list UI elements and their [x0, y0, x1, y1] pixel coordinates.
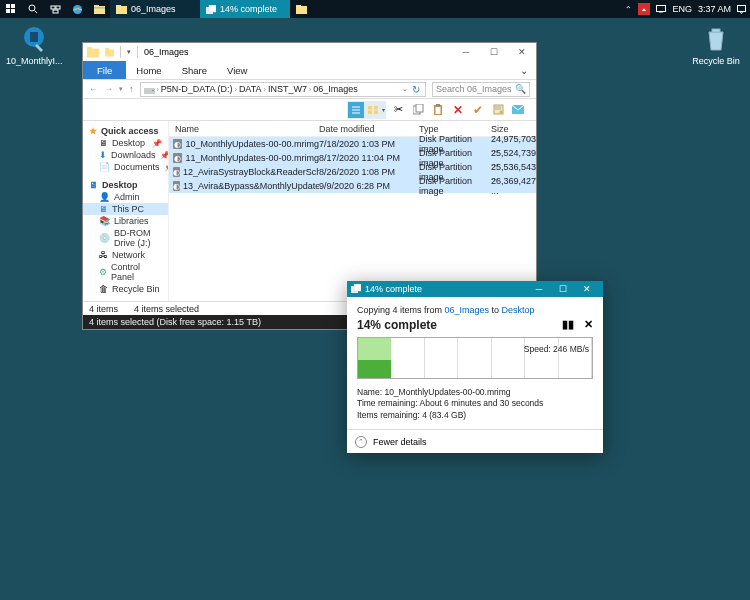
col-type[interactable]: Type [419, 124, 491, 134]
minimize-button[interactable]: ─ [452, 43, 480, 61]
search-input[interactable]: Search 06_Images 🔍 [432, 82, 530, 97]
explorer-body: ★Quick access 🖥Desktop📌 ⬇Downloads📌 📄Doc… [83, 121, 536, 301]
progress-bar [358, 338, 391, 378]
col-size[interactable]: Size [491, 124, 536, 134]
tray-chevron-icon[interactable]: ⌃ [625, 5, 632, 14]
svg-rect-10 [94, 6, 105, 14]
ribbon-file[interactable]: File [83, 61, 126, 79]
qat-chevron-icon[interactable]: ▾ [127, 48, 131, 56]
desktop-icon-recycle[interactable]: Recycle Bin [688, 24, 744, 66]
copy-summary-line: Copying 4 items from 06_Images to Deskto… [357, 305, 593, 315]
nav-back-icon[interactable]: ← [89, 84, 98, 94]
nav-desktop[interactable]: 🖥Desktop [83, 179, 168, 191]
svg-point-4 [29, 5, 35, 11]
nav-item[interactable]: 🖧Network [83, 249, 168, 261]
crumb[interactable]: P5N-D_DATA (D:) [161, 84, 233, 94]
nav-item[interactable]: 🗑Recycle Bin [83, 283, 168, 295]
check-icon[interactable]: ✔ [470, 102, 486, 118]
nav-item[interactable]: 💿BD-ROM Drive (J:) [83, 227, 168, 249]
fewer-details-link[interactable]: Fewer details [373, 437, 427, 447]
ribbon-expand-icon[interactable]: ⌄ [512, 65, 536, 76]
delete-icon[interactable]: ✕ [450, 102, 466, 118]
nav-up-icon[interactable]: ↑ [129, 84, 134, 94]
explorer-pinned-icon[interactable] [88, 0, 110, 18]
nav-recent-icon[interactable]: ▾ [119, 85, 123, 93]
start-button[interactable] [0, 0, 22, 18]
minimize-button[interactable]: ─ [527, 281, 551, 297]
taskbar-left: 06_Images 14% complete [0, 0, 312, 18]
svg-rect-49 [354, 284, 361, 291]
svg-rect-2 [6, 9, 10, 13]
crumb-dropdown-icon[interactable]: ⌄ [402, 85, 408, 93]
nav-item-thispc[interactable]: 🖥This PC [83, 203, 168, 215]
pause-icon[interactable]: ▮▮ [562, 318, 574, 331]
svg-rect-23 [30, 32, 38, 42]
taskbar-tab-copy[interactable]: 14% complete [200, 0, 290, 18]
folder-icon [87, 47, 99, 58]
cut-icon[interactable]: ✂︎ [390, 102, 406, 118]
chevron-up-icon[interactable]: ⌃ [355, 436, 367, 448]
svg-rect-1 [11, 4, 15, 8]
copy-dst-link[interactable]: Desktop [502, 305, 535, 315]
crumb[interactable]: DATA [239, 84, 262, 94]
file-size: 26,369,427 ... [491, 176, 536, 196]
nav-quick-item[interactable]: 📄Documents📌 [83, 161, 168, 173]
avira-tray-icon[interactable] [638, 3, 650, 15]
ribbon-view[interactable]: View [217, 61, 257, 79]
file-name: 10_MonthlyUpdates-00-00.mrimg [185, 139, 319, 149]
title-bar[interactable]: ▾ 06_Images ─ ☐ ✕ [83, 43, 536, 61]
taskbar-tab-label: 14% complete [220, 4, 277, 14]
options-icon[interactable] [490, 102, 506, 118]
search-icon[interactable] [22, 0, 44, 18]
ie-icon[interactable] [66, 0, 88, 18]
svg-rect-41 [436, 104, 440, 106]
breadcrumb[interactable]: › P5N-D_DATA (D:)› DATA› INST_W7› 06_Ima… [140, 82, 427, 97]
copy-src-link[interactable]: 06_Images [445, 305, 490, 315]
nav-quick-item[interactable]: ⬇Downloads📌 [83, 149, 168, 161]
tray-lang[interactable]: ENG [672, 4, 692, 14]
close-button[interactable]: ✕ [575, 281, 599, 297]
svg-rect-19 [657, 6, 666, 12]
taskview-icon[interactable] [44, 0, 66, 18]
nav-fwd-icon[interactable]: → [104, 84, 113, 94]
svg-rect-21 [738, 5, 746, 11]
nav-item[interactable]: 📚Libraries [83, 215, 168, 227]
copy-icon[interactable] [410, 102, 426, 118]
ribbon-share[interactable]: Share [172, 61, 217, 79]
maximize-button[interactable]: ☐ [551, 281, 575, 297]
paste-icon[interactable] [430, 102, 446, 118]
table-row[interactable]: ◐13_Avira&Bypass&MonthlyUpdates-00-0...9… [169, 179, 536, 193]
close-button[interactable]: ✕ [508, 43, 536, 61]
desktop-icon-label: 10_MonthlyI... [6, 56, 62, 66]
cancel-icon[interactable]: ✕ [584, 318, 593, 331]
copy-title: 14% complete [365, 284, 422, 294]
tray-notifications-icon[interactable] [737, 5, 746, 14]
tray-clock[interactable]: 3:37 AM [698, 4, 731, 14]
copy-title-bar[interactable]: 14% complete ─ ☐ ✕ [347, 281, 603, 297]
refresh-icon[interactable]: ↻ [410, 84, 422, 95]
nav-quick-access[interactable]: ★Quick access [83, 125, 168, 137]
nav-item[interactable]: ⚙Control Panel [83, 261, 168, 283]
crumb[interactable]: INST_W7 [268, 84, 307, 94]
explorer-icon-extra[interactable] [290, 0, 312, 18]
maximize-button[interactable]: ☐ [480, 43, 508, 61]
desktop-icon-file[interactable]: 10_MonthlyI... [6, 24, 62, 66]
view-tiles-icon[interactable] [365, 102, 381, 118]
tray-screen-icon[interactable] [656, 5, 666, 13]
nav-item[interactable]: 👤Admin [83, 191, 168, 203]
desktop-icon-label: Recycle Bin [688, 56, 744, 66]
taskbar-tab-explorer[interactable]: 06_Images [110, 0, 200, 18]
mail-icon[interactable] [510, 102, 526, 118]
svg-rect-27 [105, 49, 114, 56]
svg-rect-13 [116, 6, 127, 14]
col-date[interactable]: Date modified [319, 124, 419, 134]
col-name[interactable]: Name [169, 124, 319, 134]
copy-window-icon [351, 284, 361, 293]
ribbon-home[interactable]: Home [126, 61, 171, 79]
nav-quick-item[interactable]: 🖥Desktop📌 [83, 137, 168, 149]
crumb[interactable]: 06_Images [313, 84, 358, 94]
svg-rect-28 [105, 48, 109, 50]
svg-rect-14 [116, 5, 121, 7]
window-title: 06_Images [144, 47, 189, 57]
view-details-icon[interactable] [348, 102, 364, 118]
